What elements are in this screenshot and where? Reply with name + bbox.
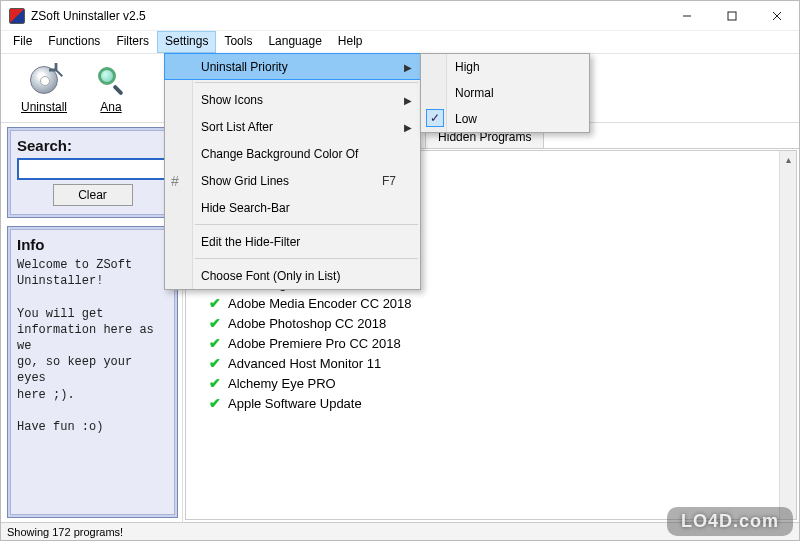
menu-functions[interactable]: Functions [40, 31, 108, 53]
left-column: Search: Clear Info Welcome to ZSoft Unin… [1, 123, 183, 522]
maximize-button[interactable] [709, 2, 754, 30]
svg-rect-1 [728, 12, 736, 20]
checkmark-icon: ✓ [426, 109, 444, 127]
menu-choose-font[interactable]: Choose Font (Only in List) [165, 262, 420, 289]
menu-uninstall-priority[interactable]: Uninstall Priority ▶ [164, 53, 421, 80]
search-panel: Search: Clear [7, 127, 178, 218]
check-icon: ✔ [208, 395, 222, 411]
list-item[interactable]: ✔Apple Software Update [208, 393, 776, 413]
app-icon [9, 8, 25, 24]
priority-normal[interactable]: Normal [421, 80, 589, 106]
toolbar-uninstall[interactable]: Uninstall [21, 62, 67, 114]
menu-tools[interactable]: Tools [216, 31, 260, 53]
list-item[interactable]: ✔Adobe Photoshop CC 2018 [208, 313, 776, 333]
status-text: Showing 172 programs! [7, 526, 123, 538]
menu-language[interactable]: Language [260, 31, 329, 53]
minimize-button[interactable] [664, 2, 709, 30]
list-item[interactable]: ✔Advanced Host Monitor 11 [208, 353, 776, 373]
chevron-right-icon: ▶ [404, 94, 412, 105]
menu-sort-list-after[interactable]: Sort List After ▶ [165, 113, 420, 140]
menu-show-grid-lines[interactable]: # Show Grid Lines F7 [165, 167, 420, 194]
check-icon: ✔ [208, 355, 222, 371]
shortcut-label: F7 [382, 174, 396, 188]
search-input[interactable] [17, 158, 168, 180]
scroll-up-icon[interactable] [780, 151, 796, 168]
settings-dropdown: Uninstall Priority ▶ Show Icons ▶ Sort L… [164, 53, 421, 290]
list-item[interactable]: ✔Adobe Media Encoder CC 2018 [208, 293, 776, 313]
priority-low[interactable]: ✓ Low [421, 106, 589, 132]
disc-uninstall-icon [26, 62, 62, 98]
list-item[interactable]: ✔Adobe Premiere Pro CC 2018 [208, 333, 776, 353]
check-icon: ✔ [208, 335, 222, 351]
chevron-right-icon: ▶ [404, 121, 412, 132]
menu-show-icons[interactable]: Show Icons ▶ [165, 86, 420, 113]
check-icon: ✔ [208, 315, 222, 331]
menubar: File Functions Filters Settings Tools La… [1, 31, 799, 53]
menu-help[interactable]: Help [330, 31, 371, 53]
search-title: Search: [17, 137, 168, 154]
grid-icon: # [171, 173, 179, 189]
priority-submenu: High Normal ✓ Low [420, 53, 590, 133]
menu-hide-search-bar[interactable]: Hide Search-Bar [165, 194, 420, 221]
menu-change-bg[interactable]: Change Background Color Of [165, 140, 420, 167]
check-icon: ✔ [208, 375, 222, 391]
menu-file[interactable]: File [5, 31, 40, 53]
check-icon: ✔ [208, 295, 222, 311]
menu-settings[interactable]: Settings [157, 31, 216, 53]
close-button[interactable] [754, 2, 799, 30]
info-panel: Info Welcome to ZSoft Uninstaller! You w… [7, 226, 178, 518]
titlebar: ZSoft Uninstaller v2.5 [1, 1, 799, 31]
toolbar-analyze-label: Ana [100, 100, 121, 114]
toolbar-analyze[interactable]: Ana [93, 62, 129, 114]
info-title: Info [17, 236, 168, 253]
watermark: LO4D.com [667, 507, 793, 536]
chevron-right-icon: ▶ [404, 61, 412, 72]
menu-filters[interactable]: Filters [108, 31, 157, 53]
vertical-scrollbar[interactable] [779, 151, 796, 519]
menu-edit-hide-filter[interactable]: Edit the Hide-Filter [165, 228, 420, 255]
magnifier-icon [93, 62, 129, 98]
info-body: Welcome to ZSoft Uninstaller! You will g… [17, 257, 168, 435]
priority-high[interactable]: High [421, 54, 589, 80]
toolbar-uninstall-label: Uninstall [21, 100, 67, 114]
window-title: ZSoft Uninstaller v2.5 [31, 9, 146, 23]
list-item[interactable]: ✔Alchemy Eye PRO [208, 373, 776, 393]
clear-button[interactable]: Clear [53, 184, 133, 206]
